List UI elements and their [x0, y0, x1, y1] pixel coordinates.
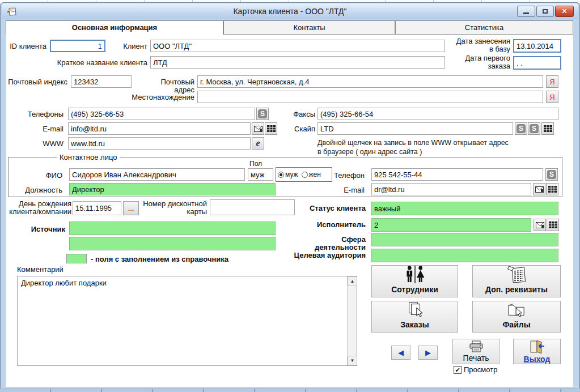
skype-call-button[interactable]: S: [256, 108, 269, 120]
email-list-button[interactable]: [265, 122, 277, 135]
comment-text: Директор любит подарки: [21, 279, 343, 287]
skype-label: Скайп: [289, 125, 315, 133]
discount-card-field[interactable]: [210, 199, 295, 215]
radio-female[interactable]: [302, 172, 308, 178]
man-woman-icon: [403, 266, 427, 283]
minimize-icon: [523, 12, 529, 14]
additional-requisites-button[interactable]: Доп. реквизиты: [472, 265, 561, 297]
prev-record-button[interactable]: ◀: [391, 346, 410, 360]
mail-icon: [535, 186, 544, 193]
source-field-2[interactable]: [69, 237, 276, 250]
scroll-down-button[interactable]: ▼: [348, 356, 357, 365]
contact-person-title: Контактное лицо: [57, 153, 120, 161]
scroll-up-button[interactable]: ▲: [348, 276, 357, 286]
audience-label: Целевая аудитория: [290, 252, 366, 259]
skype-call-icon: S: [530, 124, 539, 133]
faxes-field[interactable]: [317, 108, 558, 120]
skype-chat-button[interactable]: S: [515, 122, 527, 135]
contact-email-field[interactable]: [371, 183, 531, 195]
titlebar[interactable]: Карточка клиента - ООО "ЛТД" ✕: [2, 3, 578, 19]
exit-button[interactable]: Выход: [513, 339, 561, 364]
birthday-label: День рождения клиента/компании: [5, 200, 71, 216]
phones-field[interactable]: [68, 108, 255, 120]
table-icon: [544, 125, 552, 132]
printer-icon: [469, 340, 484, 352]
gender-display-field[interactable]: [248, 168, 273, 181]
tab-main-info[interactable]: Основная информация: [6, 20, 223, 35]
check-icon: ✔: [455, 367, 460, 373]
tab-contacts[interactable]: Контакты: [223, 20, 395, 35]
first-order-date-label: Дата первого заказа: [451, 54, 510, 70]
skype-list-button[interactable]: [541, 122, 554, 135]
status-label: Статус клиента: [309, 204, 366, 212]
source-field-1[interactable]: [69, 221, 276, 235]
scroll-up-icon: ▲: [350, 279, 355, 284]
contact-phone-field[interactable]: [371, 168, 543, 181]
www-hint: Двойной щелчек на запись в поле WWW откр…: [317, 138, 510, 156]
minimize-button[interactable]: [517, 6, 535, 17]
tab-statistics[interactable]: Статистика: [395, 20, 573, 35]
skype-call-contact-phone-button[interactable]: S: [545, 168, 558, 181]
comment-scrollbar[interactable]: ▲ ▼: [347, 276, 357, 365]
skype-call-contact-button[interactable]: S: [528, 122, 540, 135]
executor-contact-button[interactable]: [534, 219, 546, 231]
contact-email-list-button[interactable]: [546, 183, 558, 195]
short-name-label: Краткое название клиента: [54, 59, 147, 67]
birthday-field[interactable]: [73, 201, 121, 215]
position-field[interactable]: [69, 183, 276, 195]
www-field[interactable]: [68, 137, 251, 150]
email-label: E-mail: [36, 125, 63, 133]
preview-checkbox[interactable]: ✔: [454, 366, 462, 374]
client-id-label: ID клиента: [8, 42, 46, 50]
exit-door-icon: [529, 340, 545, 353]
fio-label: ФИО: [34, 172, 62, 180]
radio-male[interactable]: [278, 172, 284, 178]
audience-field[interactable]: [371, 249, 558, 262]
client-label: Клиент: [113, 42, 147, 50]
files-button[interactable]: Файлы: [472, 301, 561, 333]
client-id-field[interactable]: [50, 40, 105, 52]
comment-textarea[interactable]: Директор любит подарки ▲ ▼: [17, 276, 357, 366]
contact-phone-label: Телефон: [332, 172, 365, 180]
skype-icon: S: [547, 170, 556, 179]
send-mail-button[interactable]: [252, 122, 264, 135]
maximize-button[interactable]: [536, 6, 554, 17]
close-button[interactable]: ✕: [555, 6, 574, 17]
faxes-label: Факсы: [288, 110, 315, 118]
send-mail-contact-button[interactable]: [533, 183, 545, 195]
date-added-label: Дата занесения в базу: [451, 37, 510, 53]
executor-field[interactable]: [371, 218, 531, 232]
yandex-map-button-2[interactable]: Я: [546, 91, 558, 103]
open-browser-button[interactable]: e: [252, 137, 264, 150]
date-added-field[interactable]: [513, 39, 561, 53]
birthday-picker-button[interactable]: ...: [123, 201, 139, 215]
pages-cursor-icon: [404, 301, 426, 318]
orders-button[interactable]: Заказы: [371, 301, 458, 333]
fio-field[interactable]: [69, 168, 245, 181]
skype-field[interactable]: [317, 122, 513, 135]
yandex-map-button[interactable]: Я: [546, 75, 558, 88]
status-field[interactable]: [371, 202, 558, 215]
short-name-field[interactable]: [150, 56, 445, 69]
www-label: WWW: [36, 140, 63, 148]
print-button[interactable]: Печать: [452, 339, 499, 364]
preview-checkbox-row[interactable]: ✔ Просмотр: [454, 365, 497, 374]
executor-list-button[interactable]: [547, 219, 559, 231]
next-record-button[interactable]: ▶: [418, 346, 438, 360]
background-window-bottom: [0, 389, 580, 392]
email-field[interactable]: [68, 122, 251, 135]
document-lines-icon: [505, 266, 528, 283]
ellipsis-icon: ...: [128, 204, 134, 212]
client-field[interactable]: [150, 40, 445, 52]
close-icon: ✕: [561, 7, 567, 15]
postal-address-field[interactable]: [197, 75, 543, 88]
contact-email-label: E-mail: [337, 186, 365, 194]
preview-label: Просмотр: [464, 365, 497, 374]
location-field[interactable]: [197, 91, 543, 103]
postal-code-field[interactable]: [71, 75, 132, 88]
sphere-field[interactable]: [371, 233, 558, 246]
postal-code-label: Почтовый индекс: [8, 78, 67, 86]
employees-button[interactable]: Сотрудники: [371, 265, 458, 297]
table-icon: [267, 125, 276, 132]
first-order-date-field[interactable]: [513, 56, 561, 70]
